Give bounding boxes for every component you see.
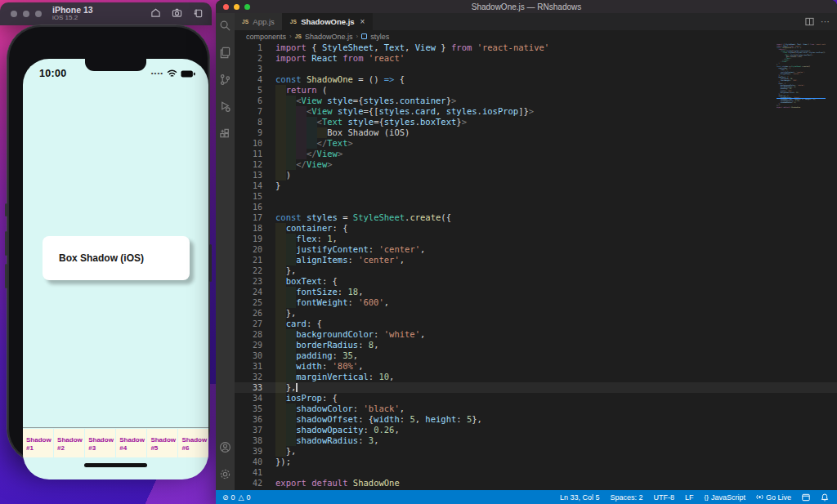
notifications-bell-icon[interactable]	[821, 493, 829, 502]
code-line-13[interactable]: 13)	[235, 170, 837, 181]
line-number[interactable]: 20	[235, 244, 262, 255]
line-number[interactable]: 35	[235, 404, 262, 414]
code-line-25[interactable]: 25fontWeight: '600',	[235, 297, 837, 308]
line-content[interactable]: import { StyleSheet, Text, View } from '…	[275, 42, 549, 53]
code-line-27[interactable]: 27card: {	[235, 319, 837, 329]
code-line-6[interactable]: 6<View style={styles.container}>	[235, 96, 837, 106]
line-content[interactable]: justifyContent: 'center',	[275, 244, 425, 255]
code-line-14[interactable]: 14}	[235, 181, 837, 191]
line-content[interactable]: },	[275, 446, 296, 457]
line-content[interactable]: },	[275, 382, 298, 393]
line-content[interactable]: iosProp: {	[275, 393, 338, 404]
open-in-browser-icon[interactable]	[802, 493, 810, 502]
line-content[interactable]: marginVertical: 10,	[275, 372, 394, 382]
line-content[interactable]: flex: 1,	[275, 234, 338, 244]
line-content[interactable]: Box Shadow (iOS)	[275, 127, 410, 138]
code-lines[interactable]: 1import { StyleSheet, Text, View } from …	[235, 42, 837, 488]
line-number[interactable]: 9	[235, 127, 262, 138]
zoom-window-button[interactable]	[35, 11, 42, 17]
code-line-30[interactable]: 30padding: 35,	[235, 350, 837, 361]
language-mode[interactable]: {} JavaScript	[705, 493, 745, 502]
line-number[interactable]: 32	[235, 372, 262, 382]
code-line-28[interactable]: 28backgroundColor: 'white',	[235, 329, 837, 340]
code-line-26[interactable]: 26},	[235, 308, 837, 319]
settings-gear-icon[interactable]	[219, 468, 231, 484]
rotate-device-icon[interactable]	[193, 7, 204, 18]
eol-setting[interactable]: LF	[685, 493, 694, 502]
code-line-37[interactable]: 37shadowOpacity: 0.26,	[235, 425, 837, 435]
line-content[interactable]: <Text style={styles.boxText}>	[275, 117, 467, 127]
line-number[interactable]: 39	[235, 446, 262, 457]
line-number[interactable]: 37	[235, 425, 262, 435]
problems-errors[interactable]: ⊘ 0	[222, 493, 235, 502]
line-content[interactable]: },	[275, 308, 296, 319]
line-content[interactable]: boxText: {	[275, 276, 338, 287]
line-content[interactable]: <View style={styles.container}>	[275, 96, 456, 106]
code-line-31[interactable]: 31width: '80%',	[235, 361, 837, 372]
code-line-9[interactable]: 9Box Shadow (iOS)	[235, 127, 837, 138]
more-actions-icon[interactable]: ⋯	[821, 16, 830, 27]
home-indicator[interactable]	[84, 463, 147, 467]
line-content[interactable]: shadowOpacity: 0.26,	[275, 425, 400, 435]
code-line-40[interactable]: 40});	[235, 457, 837, 467]
tab-shadowone-js[interactable]: JS ShadowOne.js ×	[283, 13, 374, 30]
code-line-29[interactable]: 29borderRadius: 8,	[235, 340, 837, 350]
line-number[interactable]: 27	[235, 319, 262, 329]
line-number[interactable]: 5	[235, 85, 262, 96]
shadow-tab-2[interactable]: Shadow#2	[54, 429, 84, 457]
line-number[interactable]: 36	[235, 414, 262, 425]
line-number[interactable]: 31	[235, 361, 262, 372]
minimize-window-button[interactable]	[23, 11, 29, 17]
code-line-36[interactable]: 36shadowOffset: {width: 5, height: 5},	[235, 414, 837, 425]
line-number[interactable]: 13	[235, 170, 262, 181]
line-content[interactable]: backgroundColor: 'white',	[275, 329, 425, 340]
code-line-33[interactable]: 33},	[235, 382, 837, 393]
code-line-8[interactable]: 8<Text style={styles.boxText}>	[235, 117, 837, 127]
line-content[interactable]: }	[275, 181, 280, 191]
code-line-7[interactable]: 7<View style={[styles.card, styles.iosPr…	[235, 106, 837, 117]
code-line-23[interactable]: 23boxText: {	[235, 276, 837, 287]
line-content[interactable]: </View>	[275, 149, 342, 159]
line-number[interactable]: 25	[235, 297, 262, 308]
code-line-5[interactable]: 5return (	[235, 85, 837, 96]
code-line-10[interactable]: 10</Text>	[235, 138, 837, 149]
line-number[interactable]: 12	[235, 159, 262, 170]
line-number[interactable]: 26	[235, 308, 262, 319]
line-number[interactable]: 17	[235, 212, 262, 223]
line-number[interactable]: 7	[235, 106, 262, 117]
line-number[interactable]: 34	[235, 393, 262, 404]
line-content[interactable]: alignItems: 'center',	[275, 255, 405, 265]
line-number[interactable]: 19	[235, 234, 262, 244]
screenshot-camera-icon[interactable]	[172, 7, 182, 18]
code-line-34[interactable]: 34iosProp: {	[235, 393, 837, 404]
close-window-button[interactable]	[11, 11, 17, 17]
code-line-1[interactable]: 1import { StyleSheet, Text, View } from …	[235, 42, 837, 53]
line-number[interactable]: 23	[235, 276, 262, 287]
line-number[interactable]: 28	[235, 329, 262, 340]
breadcrumb-file[interactable]: ShadowOne.js	[305, 33, 353, 41]
shadow-tab-6[interactable]: Shadow#6	[178, 429, 208, 457]
line-number[interactable]: 10	[235, 138, 262, 149]
code-line-38[interactable]: 38shadowRadius: 3,	[235, 435, 837, 446]
split-editor-icon[interactable]	[805, 15, 814, 29]
line-number[interactable]: 16	[235, 202, 262, 212]
code-line-22[interactable]: 22},	[235, 265, 837, 276]
line-number[interactable]: 24	[235, 287, 262, 297]
tab-app-js[interactable]: JS App.js	[235, 13, 283, 30]
line-content[interactable]: borderRadius: 8,	[275, 340, 378, 350]
cursor-position[interactable]: Ln 33, Col 5	[560, 493, 600, 502]
shadow-tab-3[interactable]: Shadow#3	[85, 429, 115, 457]
simulator-window-controls[interactable]	[11, 11, 42, 17]
line-content[interactable]: const ShadowOne = () => {	[275, 74, 405, 85]
search-icon[interactable]	[219, 20, 231, 35]
code-line-18[interactable]: 18container: {	[235, 223, 837, 234]
line-content[interactable]: },	[275, 265, 296, 276]
breadcrumb[interactable]: components › JS ShadowOne.js › styles	[235, 30, 837, 42]
minimap[interactable]: import { StyleSheet, Text, View } from '…	[777, 43, 826, 118]
line-number[interactable]: 40	[235, 457, 262, 467]
line-number[interactable]: 30	[235, 350, 262, 361]
line-content[interactable]: fontSize: 18,	[275, 287, 364, 297]
encoding-setting[interactable]: UTF-8	[654, 493, 675, 502]
line-content[interactable]: shadowOffset: {width: 5, height: 5},	[275, 414, 482, 425]
code-line-35[interactable]: 35shadowColor: 'black',	[235, 404, 837, 414]
